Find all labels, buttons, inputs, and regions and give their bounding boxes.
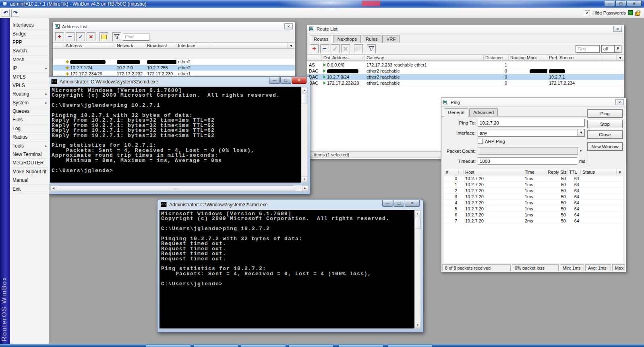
spinner-down-icon[interactable]: ▼: [579, 149, 582, 153]
close-button[interactable]: ✕: [627, 1, 642, 7]
table-row[interactable]: 010.2.7.201ms5064: [444, 176, 623, 182]
maximize-button[interactable]: ▢: [280, 77, 291, 84]
column-header-reply-size[interactable]: Reply Size: [546, 169, 567, 175]
enable-button[interactable]: ✓: [76, 32, 85, 41]
new-window-button[interactable]: New Window: [587, 142, 623, 151]
cmd2-vertical-scrollbar[interactable]: ▲ ▼: [414, 210, 421, 328]
sidebar-item-switch[interactable]: Switch: [10, 47, 49, 55]
column-select-button[interactable]: ▾: [617, 169, 623, 175]
column-header-distance[interactable]: Distance: [484, 55, 509, 60]
sidebar-item-system[interactable]: System▸: [10, 99, 49, 107]
column-select-button[interactable]: ▾: [617, 55, 624, 60]
timeout-input[interactable]: [478, 157, 577, 165]
sidebar-item-tools[interactable]: Tools▸: [10, 141, 49, 150]
ping-titlebar[interactable]: Ping ✕: [441, 98, 626, 107]
column-header-time[interactable]: Time: [523, 169, 546, 175]
column-header-address[interactable]: Address∕: [64, 43, 115, 48]
column-header-host[interactable]: Host: [464, 169, 523, 175]
sidebar-item-ppp[interactable]: PPP: [10, 38, 49, 47]
cmd2-titlebar[interactable]: C:\ Administrator: C:\Windows\system32\c…: [157, 199, 423, 210]
minimize-button[interactable]: —: [269, 77, 280, 84]
column-header-interface[interactable]: Interface: [176, 43, 210, 48]
cmd1-console-output[interactable]: Microsoft Windows [Version 6.1.7600] Cop…: [50, 87, 302, 183]
taskbar-button[interactable]: [193, 345, 238, 347]
table-row[interactable]: DAC 172.17.2.232/29 ether1 reachable 0 1…: [307, 80, 624, 86]
minimize-button[interactable]: —: [382, 200, 393, 207]
taskbar-button[interactable]: [288, 345, 333, 347]
address-list-titlebar[interactable]: Address List ✕: [53, 22, 295, 31]
tab-rules[interactable]: Rules: [362, 35, 381, 43]
table-row[interactable]: 710.2.7.202ms5064: [444, 218, 623, 224]
column-header-status[interactable]: Status: [581, 169, 617, 175]
sidebar-item-interfaces[interactable]: Interfaces: [10, 21, 49, 29]
filter-button[interactable]: [367, 44, 376, 53]
route-filter-dropdown-button[interactable]: ▾: [615, 45, 621, 53]
remove-button[interactable]: −: [320, 44, 329, 53]
hide-passwords-checkbox[interactable]: ✔: [585, 10, 590, 15]
sidebar-item-mesh[interactable]: Mesh: [10, 56, 49, 64]
close-button[interactable]: Close: [587, 130, 623, 139]
column-header-index[interactable]: #: [444, 169, 459, 175]
table-row[interactable]: AS 0.0.0.0/0 172.17.2.233 reachable ethe…: [307, 62, 624, 68]
tab-advanced[interactable]: Advanced: [469, 108, 498, 116]
table-row[interactable]: ✚ ether2: [53, 59, 295, 65]
maximize-button[interactable]: ▢: [393, 200, 404, 207]
route-list-find-input[interactable]: [576, 45, 600, 53]
table-row[interactable]: 110.2.7.201ms5064: [444, 182, 623, 188]
route-list-close-button[interactable]: ✕: [613, 26, 622, 32]
windows-taskbar[interactable]: [0, 344, 644, 347]
interface-select[interactable]: [478, 129, 578, 137]
sidebar-item-ip[interactable]: IP▸: [10, 64, 49, 73]
arp-ping-checkbox[interactable]: [478, 139, 483, 144]
taskbar-button[interactable]: [387, 345, 433, 347]
sidebar-item-bridge[interactable]: Bridge: [10, 29, 49, 38]
ping-close-button[interactable]: ✕: [615, 99, 624, 105]
sidebar-item-queues[interactable]: Queues: [10, 107, 49, 116]
taskbar-button[interactable]: [338, 345, 383, 347]
table-row[interactable]: 310.2.7.201ms5064: [444, 194, 623, 200]
ping-to-input[interactable]: [478, 119, 585, 127]
column-header-broadcast[interactable]: Broadcast: [145, 43, 176, 48]
column-header-network[interactable]: Network: [115, 43, 145, 48]
tab-routes[interactable]: Routes: [310, 35, 332, 44]
ping-button[interactable]: Ping: [587, 109, 623, 118]
cmd1-horizontal-scrollbar[interactable]: ◀ ⋯ ▶: [50, 185, 309, 191]
cmd1-titlebar[interactable]: C:\ Administrator: C:\Windows\system32\c…: [48, 77, 310, 87]
sidebar-item-files[interactable]: Files: [10, 116, 49, 124]
add-button[interactable]: +: [55, 32, 64, 41]
minimize-button[interactable]: —: [604, 1, 615, 7]
column-select-button[interactable]: ▾: [288, 43, 295, 48]
stop-button[interactable]: Stop: [587, 120, 623, 128]
redo-button[interactable]: ↷: [11, 9, 19, 17]
address-list-close-button[interactable]: ✕: [284, 23, 293, 29]
comment-button[interactable]: [99, 32, 108, 41]
sidebar-item-radius[interactable]: Radius: [10, 133, 49, 141]
sidebar-item-metarouter[interactable]: MetaROUTER: [10, 159, 49, 167]
table-row[interactable]: 510.2.7.201ms5064: [444, 206, 623, 212]
sidebar-item-mpls[interactable]: MPLS: [10, 73, 49, 81]
route-list-titlebar[interactable]: Route List ✕: [307, 25, 624, 33]
sidebar-item-routing[interactable]: Routing▸: [10, 90, 49, 98]
filter-button[interactable]: [112, 32, 121, 41]
table-row-selected[interactable]: ✚10.2.7.1/24 10.2.7.0 10.2.7.255 ether2: [53, 65, 295, 71]
taskbar-button[interactable]: [146, 345, 191, 347]
table-row[interactable]: 410.2.7.201ms5064: [444, 200, 623, 206]
close-button[interactable]: ✕: [405, 200, 420, 207]
sidebar-item-make-supout[interactable]: Make Supout.rif: [10, 168, 49, 176]
undo-button[interactable]: ↶: [2, 9, 10, 17]
table-row-selected[interactable]: DAC 10.2.7.0/24 ether2 reachable 0 10.2.…: [307, 74, 624, 80]
close-button[interactable]: ✕: [292, 77, 306, 84]
cmd2-console-output[interactable]: Microsoft Windows [Version 6.1.7600] Cop…: [159, 210, 415, 328]
remove-button[interactable]: −: [66, 32, 75, 41]
maximize-button[interactable]: ▢: [615, 1, 626, 7]
tab-vrf[interactable]: VRF: [382, 35, 400, 43]
tab-general[interactable]: General: [444, 108, 468, 117]
disable-button[interactable]: ✕: [87, 32, 95, 41]
table-row[interactable]: 610.2.7.201ms5064: [444, 212, 623, 218]
taskbar-button[interactable]: [241, 345, 286, 347]
route-filter-select[interactable]: all: [601, 45, 615, 53]
sidebar-item-log[interactable]: Log: [10, 125, 49, 133]
table-row[interactable]: 210.2.7.201ms5064: [444, 188, 623, 194]
cmd1-vertical-scrollbar[interactable]: ▲ ▼: [301, 87, 308, 183]
sidebar-item-new-terminal[interactable]: New Terminal: [10, 150, 49, 159]
